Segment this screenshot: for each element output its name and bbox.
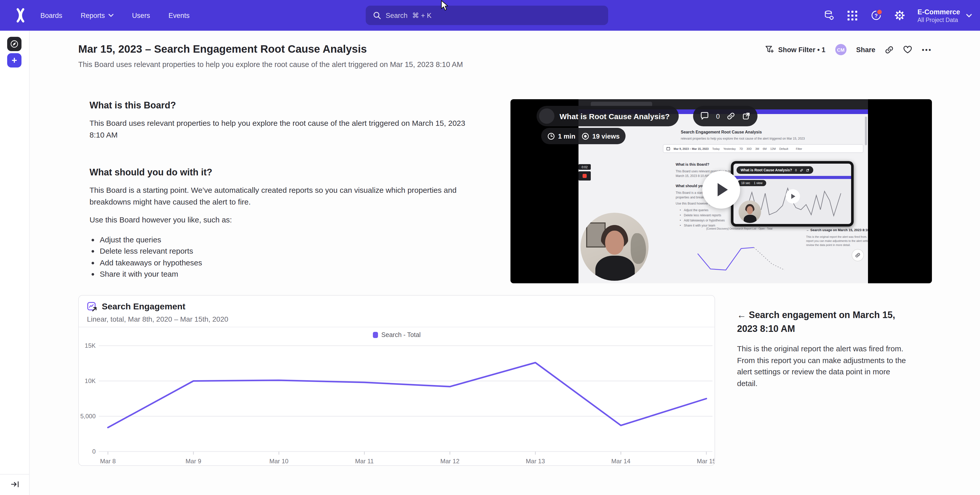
report-title[interactable]: Search Engagement — [102, 302, 185, 312]
play-button[interactable] — [702, 171, 740, 209]
comment-count: 0 — [716, 112, 720, 120]
search-label: Search — [386, 11, 408, 19]
chevron-down-icon — [966, 14, 972, 17]
project-switcher[interactable]: E-Commerce All Project Data — [917, 8, 972, 23]
presenter-avatar — [539, 108, 554, 124]
list-item: Delete less relevant reports — [100, 245, 488, 257]
external-link-icon — [806, 169, 809, 172]
left-rail: + — [0, 31, 30, 495]
filter-plus-icon — [765, 46, 774, 54]
search-engagement-report-card[interactable]: Search Engagement Linear, total, Mar 8th… — [78, 295, 715, 466]
notification-dot — [876, 9, 883, 15]
recorded-chart-legend: [Content Discovery] Omnisearch Report Li… — [706, 227, 772, 230]
page-subtitle: This Board uses relevant properties to h… — [78, 60, 463, 68]
mouse-cursor — [441, 0, 449, 11]
recorded-scrollbar — [865, 116, 867, 145]
explore-button[interactable] — [7, 37, 21, 51]
nested-video-frame: What is Root Cause Analysis? 0 18 sec1 v… — [731, 161, 854, 226]
svg-text:Mar 8: Mar 8 — [100, 458, 116, 465]
section-heading: What is this Board? — [89, 100, 488, 111]
engagement-chart-svg: 05,00010K15KMar 8Mar 9Mar 10Mar 11Mar 12… — [79, 327, 714, 466]
section-body: Use this Board however you like, such as… — [89, 214, 488, 226]
svg-text:Mar 12: Mar 12 — [441, 458, 460, 465]
list-item: Share it with your team — [100, 269, 488, 280]
video-duration: 1 min — [547, 132, 576, 140]
intro-text: What is this Board? This Board uses rele… — [89, 100, 488, 280]
share-button[interactable]: Share — [856, 46, 875, 53]
recorded-heading: What is this Board? — [676, 162, 709, 166]
mixpanel-app: Boards Reports Users Events Search ⌘ + K… — [0, 0, 980, 495]
note-body: This is the original report the alert wa… — [737, 343, 907, 389]
video-views: 19 views — [582, 132, 620, 140]
svg-text:5,000: 5,000 — [80, 413, 95, 420]
nav-item-boards[interactable]: Boards — [40, 11, 62, 19]
svg-text:Mar 14: Mar 14 — [611, 458, 630, 465]
note-heading: ← Search engagement on March 15, 2023 8:… — [737, 308, 907, 336]
video-title: What is Root Cause Analysis? — [560, 112, 670, 121]
heart-icon — [904, 46, 912, 54]
search-shortcut: ⌘ + K — [412, 11, 432, 19]
external-link-icon[interactable] — [742, 112, 750, 120]
clock-icon — [547, 132, 555, 140]
link-icon — [800, 169, 803, 172]
report-subtitle: Linear, total, Mar 8th, 2020 – Mar 15th,… — [87, 315, 228, 323]
expand-right-icon — [11, 480, 19, 489]
nav-item-reports[interactable]: Reports — [81, 11, 114, 19]
section-heading: What should you do with it? — [89, 167, 488, 178]
show-filter-button[interactable]: Show Filter • 1 — [765, 46, 826, 54]
rail-divider — [0, 474, 29, 474]
svg-text:Mar 15: Mar 15 — [697, 458, 714, 465]
data-management-icon[interactable] — [823, 10, 834, 21]
video-stats-pill: 1 min 19 views — [541, 128, 626, 144]
recorded-aside-heading: ← Search usage on March 15, 2023 8:10 AM — [806, 228, 868, 232]
favorite-button[interactable] — [904, 46, 912, 54]
chart-area: Search - Total 05,00010K15KMar 8Mar 9Mar… — [79, 327, 714, 466]
svg-text:Mar 11: Mar 11 — [355, 458, 374, 465]
collaborator-avatar[interactable]: CM — [835, 44, 846, 55]
nested-app-navbar — [733, 176, 851, 179]
project-name: E-Commerce — [917, 8, 960, 16]
search-input[interactable]: Search ⌘ + K — [366, 6, 608, 25]
tutorial-video-player[interactable]: Search Engagement Root Cause Analysis re… — [511, 99, 932, 283]
legend-label: Search - Total — [381, 331, 421, 339]
nav-item-users[interactable]: Users — [132, 11, 150, 19]
comment-icon: 0 — [795, 169, 797, 172]
expand-sidebar-button[interactable] — [9, 479, 21, 490]
usage-list: Adjust the queries Delete less relevant … — [89, 234, 488, 280]
top-nav: Boards Reports Users Events Search ⌘ + K… — [0, 0, 980, 31]
recorded-title: Search Engagement Root Cause Analysis — [681, 130, 762, 134]
comment-icon[interactable] — [700, 112, 709, 120]
section-body: This Board is a starting point. We’ve au… — [89, 185, 486, 208]
plus-icon: + — [11, 55, 17, 66]
views-icon — [582, 132, 589, 140]
recorded-floating-link-button — [852, 249, 864, 261]
list-item: Adjust the queries — [100, 234, 488, 245]
report-card-header: Search Engagement Linear, total, Mar 8th… — [79, 296, 714, 327]
insights-report-icon — [87, 302, 98, 312]
svg-text:Mar 13: Mar 13 — [526, 458, 545, 465]
svg-text:15K: 15K — [85, 342, 95, 349]
nested-play-button — [786, 189, 800, 204]
page-title: Mar 15, 2023 – Search Engagement Root Ca… — [78, 43, 463, 55]
link-icon[interactable] — [727, 112, 735, 120]
compass-icon — [10, 39, 19, 49]
board-header: Mar 15, 2023 – Search Engagement Root Ca… — [78, 43, 463, 68]
list-item: Add takeaways or hypotheses — [100, 257, 488, 269]
help-icon[interactable]: ? — [870, 10, 881, 21]
nav-item-events[interactable]: Events — [169, 11, 190, 19]
mixpanel-logo-icon[interactable] — [13, 8, 28, 22]
link-icon — [885, 45, 894, 54]
svg-text:0: 0 — [92, 448, 95, 455]
video-title-pill: What is Root Cause Analysis? — [536, 106, 679, 126]
recorded-subtitle: relevant properties to help you explore … — [681, 137, 805, 140]
apps-grid-icon[interactable] — [847, 10, 858, 21]
settings-gear-icon[interactable] — [894, 10, 905, 21]
calendar-icon — [667, 147, 670, 150]
section-body: This Board uses relevant properties to h… — [89, 118, 471, 141]
legend-swatch — [372, 332, 378, 338]
copy-link-button[interactable] — [885, 45, 894, 54]
create-button[interactable]: + — [7, 53, 21, 67]
more-options-button[interactable]: ••• — [922, 46, 932, 53]
play-icon — [718, 183, 728, 196]
recorded-date-bar: Mar 9, 2023 – Mar 15, 2023 TodayYesterda… — [663, 144, 863, 153]
